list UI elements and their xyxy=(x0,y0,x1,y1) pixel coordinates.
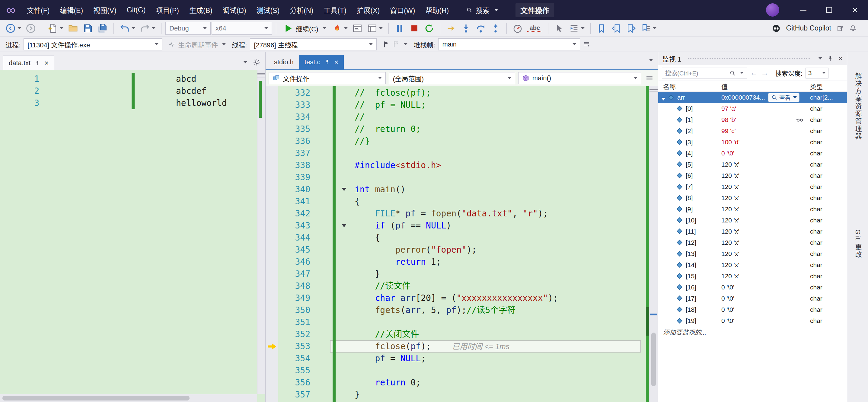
watch-row[interactable]: [3]100 'd'char xyxy=(658,136,847,148)
stop-debugging[interactable] xyxy=(407,22,421,35)
watch-row[interactable]: [10]120 'x'char xyxy=(658,215,847,226)
step-into[interactable] xyxy=(459,22,473,35)
code-line[interactable]: 343 if (pf == NULL) xyxy=(266,220,658,232)
solution-configurations[interactable]: Debug xyxy=(165,22,211,35)
redo[interactable] xyxy=(138,22,157,35)
restart-debugging[interactable] xyxy=(422,22,436,35)
add-watch-row[interactable]: 添加要监视的... xyxy=(658,326,847,337)
watch-row[interactable]: [8]120 'x'char xyxy=(658,192,847,204)
notifications-icon[interactable] xyxy=(849,25,857,32)
hot-reload[interactable] xyxy=(330,22,349,35)
watch-row[interactable]: [12]120 'x'char xyxy=(658,237,847,248)
solution-platforms[interactable]: x64 xyxy=(212,22,272,35)
tab-list-chevron-icon[interactable] xyxy=(649,59,653,61)
share-icon[interactable] xyxy=(837,25,844,32)
step-out[interactable] xyxy=(489,22,502,35)
current-statement-line[interactable]: 353 fclose(pf);已用时间 <= 1ms xyxy=(266,340,658,352)
member-combo[interactable]: main() xyxy=(518,72,641,84)
code-line[interactable]: 341{ xyxy=(266,195,658,208)
code-line[interactable]: 356 return 0; xyxy=(266,377,658,389)
code-line[interactable]: 339 xyxy=(266,172,658,184)
scrollbar-thumb[interactable] xyxy=(2,396,189,401)
search-next-icon[interactable]: → xyxy=(761,68,769,78)
pin-icon[interactable] xyxy=(34,60,41,66)
flag-outline-icon[interactable] xyxy=(392,41,400,48)
watch-row[interactable]: [18]0 '\0'char xyxy=(658,304,847,315)
tab-data-txt[interactable]: data.txt × xyxy=(3,56,54,70)
view-button[interactable]: 查看 xyxy=(768,93,800,102)
code-line[interactable]: 336//} xyxy=(266,135,658,147)
lifecycle-events-button[interactable]: 生命周期事件 xyxy=(165,39,229,49)
menu-item[interactable]: 分析(N) xyxy=(285,0,318,20)
code-line[interactable]: 345 perror("fopen"); xyxy=(266,244,658,256)
fold-collapse-icon[interactable] xyxy=(342,224,346,230)
code-line[interactable]: 349 char arr[20] = ("xxxxxxxxxxxxxxxx"); xyxy=(266,292,658,304)
navigate-pointer[interactable] xyxy=(552,22,566,35)
menu-item[interactable]: 文件(F) xyxy=(22,0,55,20)
watch-search-input[interactable]: 搜索(Ctrl+E) xyxy=(662,68,747,79)
watch-row[interactable]: [17]0 '\0'char xyxy=(658,293,847,304)
code-line[interactable]: 332// fclose(pf); xyxy=(266,87,658,99)
scope-combo[interactable]: (全局范围) xyxy=(389,72,515,84)
split-grip-icon[interactable] xyxy=(644,73,655,83)
code-line[interactable]: 355 xyxy=(266,365,658,377)
line-indent[interactable] xyxy=(567,22,586,35)
menu-item[interactable]: 窗口(W) xyxy=(385,0,420,20)
diagnostic-tools[interactable] xyxy=(511,22,525,35)
stack-settings-icon[interactable] xyxy=(583,41,590,48)
save-file[interactable] xyxy=(81,22,95,35)
splitter-grip[interactable] xyxy=(257,70,265,78)
left-vertical-scrollbar[interactable] xyxy=(257,70,265,394)
close-button[interactable]: × xyxy=(842,0,868,20)
file-line[interactable]: 3helloworld xyxy=(0,97,257,109)
splitter-grip[interactable] xyxy=(650,86,658,94)
left-horizontal-scrollbar[interactable] xyxy=(0,394,257,402)
copilot-icon[interactable] xyxy=(772,24,780,33)
watch-row[interactable]: arr0x000000734...查看char[2... xyxy=(658,92,847,103)
column-value[interactable]: 值 xyxy=(721,82,810,91)
tab-solution-explorer[interactable]: 解决方案资源管理器 xyxy=(853,72,863,140)
toggle-bookmark[interactable] xyxy=(595,22,609,35)
previous-bookmark[interactable] xyxy=(609,22,623,35)
code-line[interactable]: 348 //读文件 xyxy=(266,280,658,292)
data-file-editor[interactable]: 1abcd2abcdef3helloworld xyxy=(0,70,265,402)
code-line[interactable]: 357} xyxy=(266,389,658,401)
watch-row[interactable]: [5]120 'x'char xyxy=(658,159,847,170)
copilot-label[interactable]: GitHub Copilot xyxy=(786,24,831,32)
watch-row[interactable]: [4]0 '\0'char xyxy=(658,148,847,159)
step-over[interactable] xyxy=(474,22,488,35)
user-avatar[interactable] xyxy=(766,3,779,17)
file-line[interactable]: 1abcd xyxy=(0,73,257,85)
show-next-statement[interactable] xyxy=(444,22,458,35)
tab-list-chevron-icon[interactable] xyxy=(244,61,247,63)
code-line[interactable]: 338#include<stdio.h> xyxy=(266,159,658,172)
thread-combo[interactable]: [27896] 主线程 xyxy=(250,38,377,51)
close-icon[interactable]: × xyxy=(838,55,843,62)
watch-row[interactable]: [1]98 'b'char xyxy=(658,114,847,125)
break-all[interactable] xyxy=(393,22,406,35)
code-line[interactable]: 340int main() xyxy=(266,184,658,195)
open-file[interactable] xyxy=(66,22,80,35)
menu-item[interactable]: 帮助(H) xyxy=(420,0,454,20)
minimize-button[interactable]: ─ xyxy=(790,0,816,20)
menu-item[interactable]: 测试(S) xyxy=(251,0,285,20)
new-file[interactable] xyxy=(46,22,65,35)
project-combo[interactable]: 文件操作 xyxy=(269,72,386,84)
watch-row[interactable]: [7]120 'x'char xyxy=(658,181,847,192)
continue-button[interactable]: 继续(C) xyxy=(280,22,329,35)
watch-panel-header[interactable]: 监视 1 × xyxy=(658,52,847,65)
nav-forward[interactable] xyxy=(24,22,38,35)
chevron-down-icon[interactable] xyxy=(404,43,407,45)
window-position-chevron-icon[interactable] xyxy=(818,57,822,59)
watch-row[interactable]: [13]120 'x'char xyxy=(658,248,847,259)
menu-item[interactable]: 调试(D) xyxy=(218,0,251,20)
code-vertical-scrollbar[interactable] xyxy=(649,86,658,402)
column-name[interactable]: 名称 xyxy=(658,82,721,91)
file-line[interactable]: 2abcdef xyxy=(0,85,257,97)
search-depth-combo[interactable]: 3 xyxy=(806,68,829,79)
watch-abc-button[interactable]: abc xyxy=(525,22,544,35)
code-line[interactable]: 354 pf = NULL; xyxy=(266,352,658,365)
watch-row[interactable]: [19]0 '\0'char xyxy=(658,315,847,326)
code-line[interactable]: 351 xyxy=(266,316,658,328)
close-icon[interactable]: × xyxy=(334,59,338,66)
